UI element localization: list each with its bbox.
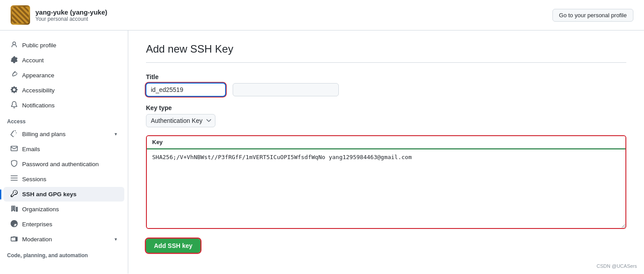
sidebar-item-public-profile[interactable]: Public profile	[4, 38, 124, 53]
billing-icon	[11, 130, 18, 138]
sidebar-item-label: Password and authentication	[22, 161, 99, 167]
sidebar-item-billing[interactable]: Billing and plans ▾	[4, 127, 124, 141]
key-type-select[interactable]: Authentication Key	[146, 114, 215, 127]
sidebar-item-organizations[interactable]: Organizations	[4, 202, 124, 217]
sidebar: Public profile Account Appearance Access…	[0, 30, 128, 274]
code-section-label: Code, planning, and automation	[0, 247, 128, 260]
title-input-secondary[interactable]	[233, 83, 339, 96]
username: yang-yuke (yang-yuke)	[35, 8, 107, 16]
broadcast-icon	[11, 175, 18, 183]
sidebar-item-notifications[interactable]: Notifications	[4, 98, 124, 113]
sidebar-item-label: Appearance	[22, 72, 54, 79]
account-subtitle: Your personal account	[35, 16, 107, 22]
email-icon	[11, 145, 18, 153]
key-form-group: Key	[146, 135, 626, 229]
chevron-down-icon: ▾	[115, 236, 117, 242]
avatar	[11, 5, 30, 25]
top-bar-left: yang-yuke (yang-yuke) Your personal acco…	[11, 5, 107, 25]
sidebar-item-label: Account	[22, 57, 44, 64]
sidebar-item-label: Billing and plans	[22, 131, 65, 137]
go-to-profile-button[interactable]: Go to your personal profile	[552, 9, 633, 22]
sidebar-item-account[interactable]: Account	[4, 53, 124, 68]
sidebar-item-enterprises[interactable]: Enterprises	[4, 217, 124, 232]
sidebar-item-accessibility[interactable]: Accessibility	[4, 83, 124, 98]
sidebar-item-label: Notifications	[22, 102, 55, 109]
gear-icon	[11, 56, 18, 65]
access-section-label: Access	[0, 113, 128, 126]
add-ssh-key-button[interactable]: Add SSH key	[146, 239, 200, 253]
chevron-down-icon: ▾	[115, 131, 117, 137]
top-bar: yang-yuke (yang-yuke) Your personal acco…	[0, 0, 644, 30]
divider	[146, 62, 626, 63]
title-form-group: Title	[146, 73, 626, 96]
sidebar-item-sessions[interactable]: Sessions	[4, 172, 124, 186]
shield-icon	[11, 160, 18, 168]
bell-icon	[11, 101, 18, 110]
paintbrush-icon	[11, 71, 18, 80]
person-icon	[11, 41, 18, 49]
sidebar-item-emails[interactable]: Emails	[4, 142, 124, 156]
sidebar-item-label: Moderation	[22, 236, 52, 243]
user-info: yang-yuke (yang-yuke) Your personal acco…	[35, 8, 107, 22]
globe-icon	[11, 220, 18, 228]
key-textarea[interactable]	[147, 148, 625, 228]
title-input[interactable]	[146, 83, 226, 96]
key-type-label: Key type	[146, 104, 626, 111]
key-label: Key	[147, 136, 625, 148]
sidebar-item-label: SSH and GPG keys	[22, 191, 77, 198]
main-content: Add new SSH Key Title Key type Authentic…	[128, 30, 644, 274]
sidebar-item-label: Enterprises	[22, 221, 52, 228]
sidebar-item-password[interactable]: Password and authentication	[4, 157, 124, 171]
page-title: Add new SSH Key	[146, 43, 626, 55]
sidebar-item-label: Public profile	[22, 42, 56, 49]
sidebar-item-label: Organizations	[22, 206, 59, 213]
sidebar-item-label: Sessions	[22, 176, 46, 183]
accessibility-icon	[11, 86, 18, 95]
sidebar-item-appearance[interactable]: Appearance	[4, 68, 124, 83]
title-label: Title	[146, 73, 626, 80]
organization-icon	[11, 205, 18, 213]
sidebar-item-label: Emails	[22, 146, 40, 152]
layout: Public profile Account Appearance Access…	[0, 30, 644, 274]
sidebar-item-moderation[interactable]: Moderation ▾	[4, 232, 124, 247]
moderation-icon	[11, 235, 18, 244]
watermark: CSDN @UCASers	[597, 263, 637, 269]
sidebar-item-ssh-gpg[interactable]: SSH and GPG keys	[4, 187, 124, 202]
key-type-form-group: Key type Authentication Key	[146, 104, 626, 127]
sidebar-item-label: Accessibility	[22, 87, 55, 94]
key-icon	[11, 190, 18, 198]
